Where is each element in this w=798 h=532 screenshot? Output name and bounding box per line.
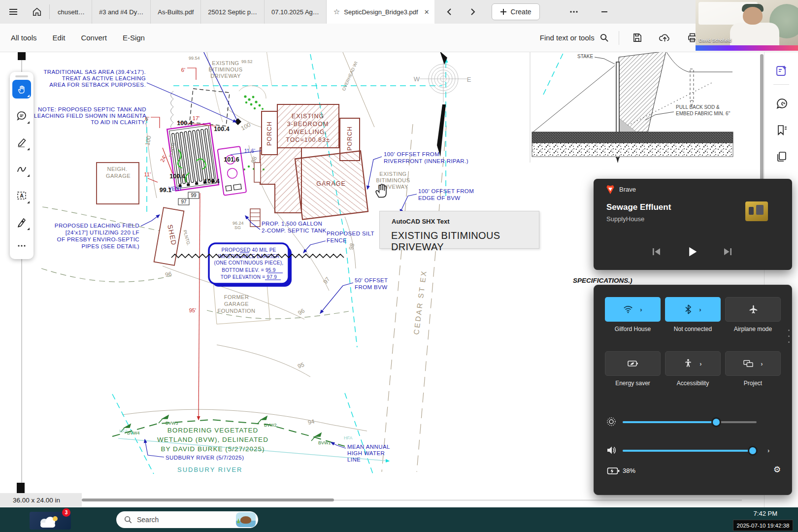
hand-tool-button[interactable]	[12, 80, 31, 99]
sudbury-river-label: SUDBURY RIVER	[177, 466, 242, 473]
more-tools-button[interactable]	[12, 236, 31, 255]
pages-panel-button[interactable]	[773, 148, 790, 165]
toolbar-drag-handle[interactable]	[15, 75, 28, 77]
tab-document-2[interactable]: #3 and #4 Dy…	[92, 0, 151, 24]
barrier-line: PROPOSED 40 MIL PE	[221, 247, 276, 253]
barrier-callout: PROPOSED 40 MIL PE IMPERMEABLE BARRIER (…	[209, 243, 292, 287]
drive-top: EXISTING	[212, 60, 239, 66]
airplane-mode-tile[interactable]	[725, 297, 781, 322]
tab-document-4[interactable]: 25012 Septic p…	[201, 0, 265, 24]
quick-tools-toolbar: A	[10, 72, 33, 259]
volume-icon	[606, 445, 617, 456]
sas-note: TRADITIONAL SAS AREA (39.4'x17').	[43, 69, 146, 75]
tooltip-title: AutoCAD SHX Text	[392, 218, 449, 225]
tab-document-3[interactable]: As-Builts.pdf	[151, 0, 201, 24]
mean-annual: MEAN ANNUAL	[347, 444, 390, 450]
tab-label: 07.10.2025 Ag…	[271, 8, 319, 16]
minimize-window-button[interactable]	[596, 3, 613, 20]
webcam-overlay[interactable]: David Schofield	[696, 0, 798, 45]
taskbar-search[interactable]: Search	[116, 511, 258, 528]
forward-button[interactable]	[464, 3, 481, 20]
save-button[interactable]	[629, 30, 646, 46]
create-button[interactable]: Create	[492, 3, 540, 20]
bluetooth-tile[interactable]: ›	[665, 297, 721, 322]
bluetooth-icon	[684, 304, 692, 314]
chevron-left-icon	[446, 8, 454, 16]
more-options-button[interactable]	[565, 3, 582, 20]
volume-thumb[interactable]	[748, 446, 758, 456]
divider	[619, 31, 619, 45]
home-button[interactable]	[29, 3, 45, 20]
leach-note: [24'x17'] UTILIZING 220 LF	[66, 230, 139, 235]
acrobat-tab-bar: chusett… #3 and #4 Dy… As-Builts.pdf 250…	[0, 0, 798, 24]
page-dot	[788, 330, 790, 331]
tab-label: chusett…	[58, 8, 85, 16]
brightness-thumb[interactable]	[711, 417, 721, 427]
find-tools-button[interactable]: Find text or tools	[540, 33, 609, 42]
dwelling-label: 3-BEDROOM	[287, 121, 329, 128]
airplane-icon	[748, 304, 758, 314]
offset-50: FROM BVW	[355, 284, 387, 290]
settings-gear-button[interactable]: ⚙	[773, 465, 781, 475]
audio-output-button[interactable]: ›	[767, 447, 769, 454]
porch-label: PORCH	[266, 121, 273, 146]
wetland-note: BY DAVID BURKE (5/27/2025)	[161, 445, 265, 453]
tray-clock[interactable]: 7:42 PM	[738, 510, 777, 517]
menu-convert[interactable]: Convert	[75, 31, 113, 45]
energy-saver-tile[interactable]	[605, 351, 661, 376]
wifi-label: Gilford House	[605, 326, 661, 332]
highlight-tool-button[interactable]	[12, 133, 31, 152]
menu-esign[interactable]: E-Sign	[117, 31, 151, 45]
text-select-icon: A	[16, 190, 27, 201]
compass-e: E	[467, 76, 471, 83]
screen: PROPOSED 40 MIL PE IMPERMEABLE BARRIER (…	[0, 0, 798, 532]
horizontal-scrollbar-thumb[interactable]	[82, 499, 334, 501]
spot-el: 99.52	[241, 59, 253, 64]
media-notification-panel[interactable]: Brave Sewage Effluent SupplyHouse	[594, 179, 792, 270]
airplane-label: Airplane mode	[725, 326, 781, 332]
draw-tool-button[interactable]	[12, 160, 31, 178]
accessibility-tile[interactable]: ›	[665, 351, 721, 376]
sas-note: TREAT AS ACTIVE LEACHING	[62, 75, 146, 81]
ellipsis-icon	[569, 7, 579, 17]
ai-assistant-button[interactable]	[773, 63, 790, 79]
webcam-person-head	[743, 7, 763, 25]
tab-document-1[interactable]: chusett…	[51, 0, 92, 24]
dim-17: 17'	[193, 115, 200, 121]
project-tile[interactable]: ›	[725, 351, 781, 376]
previous-track-button[interactable]	[647, 242, 666, 262]
fill-sign-tool-button[interactable]	[12, 213, 31, 232]
energy-saver-icon	[627, 359, 639, 368]
wifi-tile[interactable]: ›	[605, 297, 661, 322]
next-track-button[interactable]	[718, 242, 737, 262]
battery-icon	[607, 466, 620, 475]
star-icon[interactable]: ☆	[333, 7, 340, 16]
page-dot	[788, 341, 790, 343]
tab-active-septicdesign[interactable]: ☆ SepticDesign_Bridge3.pdf ✕	[327, 0, 434, 24]
boxed-99: 99	[191, 193, 197, 198]
text-box-tool-button[interactable]: A	[12, 186, 31, 205]
hamburger-menu-button[interactable]	[5, 3, 22, 20]
close-tab-icon[interactable]: ✕	[424, 8, 430, 16]
back-button[interactable]	[441, 3, 458, 20]
tab-label: 25012 Septic p…	[208, 8, 257, 16]
bookmarks-panel-button[interactable]	[773, 122, 790, 138]
webcam-person-body	[730, 23, 779, 45]
tab-label: #3 and #4 Dy…	[99, 8, 143, 16]
silt-note: FENCE	[327, 237, 347, 243]
minimize-icon	[600, 8, 608, 16]
el-1016: 101.6	[224, 156, 239, 163]
silt-note: PROPOSED SILT	[327, 231, 374, 236]
play-button[interactable]	[682, 242, 702, 262]
upload-cloud-button[interactable]	[657, 30, 673, 46]
bvw-flag: BVW4	[127, 431, 140, 435]
menu-all-tools[interactable]: All tools	[5, 31, 43, 45]
tab-document-5[interactable]: 07.10.2025 Ag…	[265, 0, 327, 24]
magenta-note: NOTE: PROPOSED SEPTIC TANK AND	[38, 106, 146, 112]
comments-panel-button[interactable]	[773, 95, 790, 112]
menu-edit[interactable]: Edit	[47, 31, 71, 45]
comment-tool-button[interactable]	[12, 106, 31, 125]
save-icon	[632, 33, 642, 43]
search-highlight-image	[236, 512, 256, 527]
garage-label: GARAGE	[316, 180, 346, 187]
